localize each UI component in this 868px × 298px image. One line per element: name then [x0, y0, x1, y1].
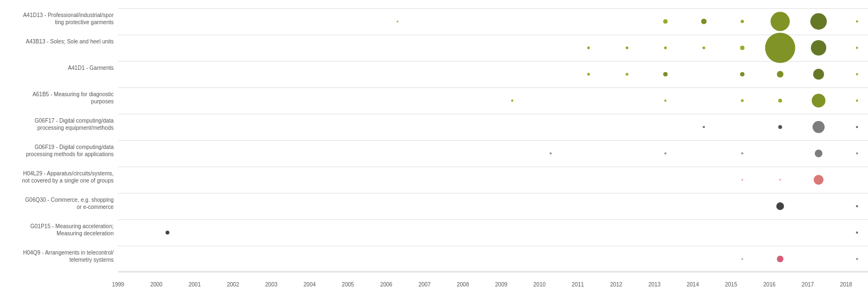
bubble-3-2018 [856, 100, 858, 102]
bubble-1-2018 [856, 47, 858, 49]
y-axis: A41D13 - Professional/industrial/sportin… [0, 0, 118, 280]
grid-line-h-1 [118, 35, 868, 35]
bubble-8-2018 [856, 231, 858, 234]
bubble-0-2016 [771, 12, 790, 31]
y-label-A61B5: A61B5 - Measuring for diagnosticpurposes [0, 91, 114, 105]
bubble-1-2011 [587, 47, 590, 49]
x-tick-2003: 2003 [260, 282, 282, 288]
grid-line-h-0 [118, 8, 868, 9]
bubble-3-2016 [779, 99, 782, 103]
bubble-3-2009 [511, 100, 513, 102]
x-tick-2016: 2016 [758, 282, 780, 288]
y-label-G06F17: G06F17 - Digital computing/dataprocessin… [0, 117, 114, 131]
y-label-G06Q30: G06Q30 - Commerce, e.g. shoppingor e-com… [0, 196, 114, 211]
bubble-8-2000 [165, 231, 169, 235]
x-tick-2005: 2005 [337, 282, 359, 288]
x-tick-1999: 1999 [107, 282, 129, 288]
bubble-7-2018 [856, 205, 858, 207]
bubble-1-2012 [626, 47, 629, 49]
bubble-1-2015 [740, 46, 744, 50]
y-label-H04L29: H04L29 - Apparatus/circuits/systems,not … [0, 170, 114, 184]
grid-line-h-3 [118, 87, 868, 88]
x-tick-2000: 2000 [145, 282, 167, 288]
bubble-1-2016 [765, 33, 796, 63]
bubble-9-2018 [856, 258, 858, 260]
bubble-5-2015 [741, 152, 743, 154]
bubble-5-2010 [550, 152, 552, 154]
bubble-2-2018 [856, 73, 858, 75]
bubble-6-2015 [741, 179, 743, 181]
y-label-H04Q9: H04Q9 - Arrangements in telecontrol/tele… [0, 249, 114, 263]
bubble-3-2015 [741, 100, 743, 102]
bubble-0-2013 [663, 19, 668, 24]
y-label-G06F19: G06F19 - Digital computing/dataprocessin… [0, 144, 114, 158]
x-tick-2004: 2004 [299, 282, 321, 288]
x-tick-2002: 2002 [222, 282, 244, 288]
bubble-9-2015 [741, 258, 743, 260]
bubble-2-2012 [626, 73, 629, 76]
x-tick-2006: 2006 [376, 282, 397, 288]
grid-line-h-5 [118, 140, 868, 141]
x-tick-2011: 2011 [567, 282, 589, 288]
y-label-A41D13: A41D13 - Professional/industrial/sportin… [0, 12, 114, 26]
x-tick-2013: 2013 [643, 282, 665, 288]
x-tick-2012: 2012 [605, 282, 627, 288]
bubble-5-2018 [856, 152, 858, 154]
plot-area [118, 0, 868, 271]
bubble-0-2015 [741, 20, 744, 23]
bubble-1-2013 [664, 47, 667, 49]
x-tick-2015: 2015 [720, 282, 742, 288]
x-axis-line [118, 271, 868, 272]
y-label-G01P15: G01P15 - Measuring acceleration;Measurin… [0, 223, 114, 237]
grid-line-h-2 [118, 61, 868, 62]
bubble-2-2015 [740, 72, 744, 76]
bubble-3-2013 [664, 100, 667, 102]
bubble-2-2013 [663, 72, 668, 76]
bubble-6-2017 [814, 175, 824, 185]
x-tick-2009: 2009 [490, 282, 512, 288]
bubble-9-2016 [777, 256, 783, 262]
grid-line-h-6 [118, 167, 868, 167]
grid-line-h-7 [118, 193, 868, 194]
grid-line-h-9 [118, 246, 868, 246]
x-tick-2014: 2014 [682, 282, 704, 288]
bubble-0-2014 [701, 19, 707, 24]
bubble-6-2016 [780, 179, 781, 181]
bubble-0-2017 [810, 13, 827, 30]
x-tick-2008: 2008 [452, 282, 474, 288]
grid-line-h-4 [118, 114, 868, 114]
bubble-5-2017 [815, 150, 822, 157]
bubble-0-2018 [856, 20, 858, 23]
bubble-1-2017 [811, 40, 826, 56]
x-tick-2018: 2018 [835, 282, 857, 288]
grid-line-h-8 [118, 219, 868, 220]
bubble-4-2017 [813, 121, 825, 133]
x-tick-2010: 2010 [529, 282, 551, 288]
y-label-A43B13: A43B13 - Soles; Sole and heel units [0, 38, 114, 45]
grid-line-h-10 [118, 272, 868, 273]
bubble-5-2013 [664, 152, 667, 154]
bubble-2-2011 [587, 73, 590, 76]
bubble-3-2017 [812, 94, 826, 108]
y-label-A41D1: A41D1 - Garments [0, 64, 114, 71]
bubble-4-2016 [779, 125, 782, 129]
bubble-7-2016 [776, 202, 784, 210]
x-tick-2007: 2007 [413, 282, 435, 288]
bubble-1-2014 [702, 47, 705, 49]
bubble-4-2014 [703, 126, 705, 128]
x-tick-2001: 2001 [184, 282, 206, 288]
bubble-2-2016 [777, 71, 783, 78]
x-tick-2017: 2017 [797, 282, 819, 288]
bubble-2-2017 [813, 69, 824, 80]
chart-container: A41D13 - Professional/industrial/sportin… [0, 0, 868, 298]
bubble-0-2006 [396, 21, 398, 23]
bubble-4-2018 [856, 126, 858, 128]
